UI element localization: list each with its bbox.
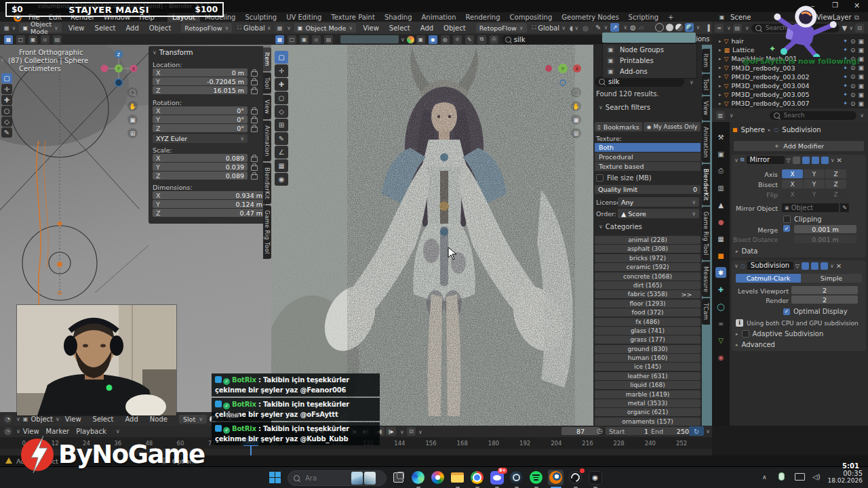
scene-name[interactable]: Scene: [730, 14, 751, 21]
rotation-field[interactable]: X0°: [153, 106, 248, 115]
editor-type-icon[interactable]: ◷: [3, 427, 12, 436]
editor-type-icon[interactable]: ▥: [716, 111, 725, 120]
bisect-toggle[interactable]: Y: [804, 180, 825, 188]
xray-icon[interactable]: ▱: [639, 24, 644, 31]
asset-brush-icon[interactable]: ✎: [465, 35, 474, 44]
object-menu[interactable]: Object: [149, 24, 172, 32]
visibility-eye-icon[interactable]: ⊙: [850, 100, 856, 107]
toggle-viewport-icon[interactable]: [821, 262, 828, 270]
editor-type-icon[interactable]: ≡: [715, 24, 724, 33]
sidebar-tab[interactable]: Game Rig Tool: [702, 207, 710, 260]
orientation-dropdown[interactable]: ⛶ Global∨: [237, 24, 271, 32]
keyframe-jump-button[interactable]: ‖▶: [386, 427, 396, 436]
tool-annotate-icon[interactable]: ✎: [1, 127, 12, 138]
categories-toggle[interactable]: Categories: [606, 223, 642, 230]
asset-model-icon[interactable]: ▣: [416, 35, 425, 44]
search-filters-toggle[interactable]: Search filters: [606, 104, 650, 111]
tool-rotate-icon[interactable]: ○: [275, 92, 288, 104]
asset-search-box[interactable]: silk: [502, 35, 609, 44]
tool-transform-icon[interactable]: ⊞: [275, 119, 288, 131]
close-button[interactable]: ✕: [854, 1, 860, 10]
expand-arrow-icon[interactable]: ▸: [719, 101, 722, 106]
catmull-clark-button[interactable]: Catmull-Clark: [736, 274, 801, 283]
tool-add-cube-icon[interactable]: ▦: [275, 159, 288, 172]
grid-toggle-icon[interactable]: ⊞: [127, 128, 138, 138]
tab-object[interactable]: ■: [715, 250, 726, 261]
render-camera-icon[interactable]: ▣: [858, 47, 864, 54]
select-and-icon[interactable]: ▤: [324, 35, 333, 44]
tab-render[interactable]: ▣: [715, 148, 726, 159]
merge-value-field[interactable]: 0.001 m: [794, 225, 856, 233]
view-menu[interactable]: View: [68, 24, 85, 32]
toggle-edit-icon[interactable]: [793, 157, 800, 164]
category-button[interactable]: human (160): [595, 354, 701, 362]
category-button[interactable]: ground (830): [595, 345, 701, 353]
category-button[interactable]: marble (1419): [595, 390, 701, 399]
copy-icon[interactable]: ⧉: [854, 14, 859, 22]
category-button[interactable]: floor (1293): [595, 300, 701, 308]
tool-select-icon[interactable]: ▢: [1, 73, 12, 83]
scale-field[interactable]: Z0.089: [153, 171, 248, 180]
expand-arrow-icon[interactable]: ▸: [719, 65, 722, 70]
retopoflow-menu[interactable]: RetopoFlow∨: [476, 23, 527, 33]
current-frame-field[interactable]: 87: [561, 427, 599, 435]
outliner-row[interactable]: ▸ ▽ PM3D_redbody_003.004 ✦ ⊙ ▣: [712, 81, 868, 90]
tray-chevron-icon[interactable]: ∧: [762, 474, 767, 481]
category-button[interactable]: concrete (1068): [595, 272, 701, 281]
select-box-icon[interactable]: ▦: [275, 35, 284, 44]
scale-field[interactable]: Y0.039: [153, 163, 248, 171]
toggle-realtime-icon[interactable]: [802, 157, 810, 164]
breadcrumb-object[interactable]: Sphere: [741, 126, 765, 134]
tab-output[interactable]: ⎙: [715, 165, 726, 176]
sidebar-tab[interactable]: Game Rig Tool: [263, 205, 271, 259]
expand-arrow-icon[interactable]: ▸: [719, 47, 722, 53]
properties-search-input[interactable]: [783, 111, 833, 119]
order-dropdown[interactable]: ▲ Score∨: [618, 209, 699, 218]
tab-data[interactable]: ▽: [715, 335, 726, 346]
location-field[interactable]: Y-0.72045 m: [153, 77, 248, 85]
taskbar-search[interactable]: [288, 470, 387, 486]
zoom-icon[interactable]: [571, 87, 581, 98]
select-new-icon[interactable]: ▢: [16, 35, 25, 44]
render-camera-icon[interactable]: ▣: [858, 83, 864, 89]
select-sub-icon[interactable]: ▫: [312, 35, 321, 44]
sidebar-tab[interactable]: Tool: [263, 73, 271, 94]
dropdown-item[interactable]: ▣ Printables: [603, 55, 696, 66]
discord-icon[interactable]: 9+: [489, 470, 505, 485]
render-camera-icon[interactable]: ▣: [858, 38, 864, 45]
category-button[interactable]: animal (228): [595, 236, 701, 244]
view-menu[interactable]: View: [363, 24, 379, 32]
select-menu[interactable]: Select: [95, 24, 116, 32]
panel-collapse-arrow[interactable]: ›: [1, 57, 3, 63]
category-button[interactable]: ceramic (592): [595, 263, 701, 271]
add-menu[interactable]: Add: [125, 415, 138, 423]
mode-dropdown[interactable]: ▣ Object Mode∨: [294, 23, 356, 33]
location-field[interactable]: Z16.015 m: [153, 86, 248, 94]
scale-field[interactable]: X0.089: [153, 154, 248, 162]
asset-scene-icon[interactable]: ◍: [441, 35, 450, 44]
visibility-eye-icon[interactable]: ⊙: [850, 92, 856, 98]
expand-arrow-icon[interactable]: ▸: [719, 83, 722, 89]
sidebar-tab[interactable]: BlenderKit: [263, 163, 271, 204]
filter-funnel-icon[interactable]: ▼: [842, 24, 847, 32]
zoom-icon[interactable]: [127, 87, 138, 98]
outliner-row[interactable]: ▸ ▽ PM3D_redbody_003.005 ✦ ⊙ ▣: [712, 90, 868, 99]
outliner-row[interactable]: ▸ ▽ PM3D_redbody_003.002 ✦ ⊙ ▣: [712, 73, 868, 81]
dimension-field[interactable]: Z0.47 m: [153, 209, 266, 217]
breadcrumb-modifier[interactable]: Subdivision: [782, 126, 821, 134]
end-frame-field[interactable]: End250: [648, 427, 692, 435]
asset-printable-icon[interactable]: ⎙: [490, 35, 498, 44]
lock-icon[interactable]: [251, 80, 258, 85]
sidebar-tab[interactable]: TCam: [702, 298, 710, 325]
rotation-field[interactable]: Z0°: [153, 124, 248, 132]
simple-button[interactable]: Simple: [801, 274, 862, 283]
outliner-row[interactable]: ▸ ▽ PM3D_redbody_003.007 ✦ ⊙ ▣: [712, 99, 868, 108]
dimension-field[interactable]: X0.934 m: [153, 191, 266, 199]
blender-icon[interactable]: [548, 470, 564, 485]
lock-icon[interactable]: [251, 89, 258, 94]
select-add-icon[interactable]: ▣: [28, 35, 37, 44]
tray-network-icon[interactable]: [795, 473, 805, 481]
tool-measure-icon[interactable]: ∠: [275, 146, 288, 159]
tool-select-box-icon[interactable]: ▢: [275, 51, 288, 64]
adaptive-subdivision-label[interactable]: Adaptive Subdivision: [753, 330, 824, 338]
